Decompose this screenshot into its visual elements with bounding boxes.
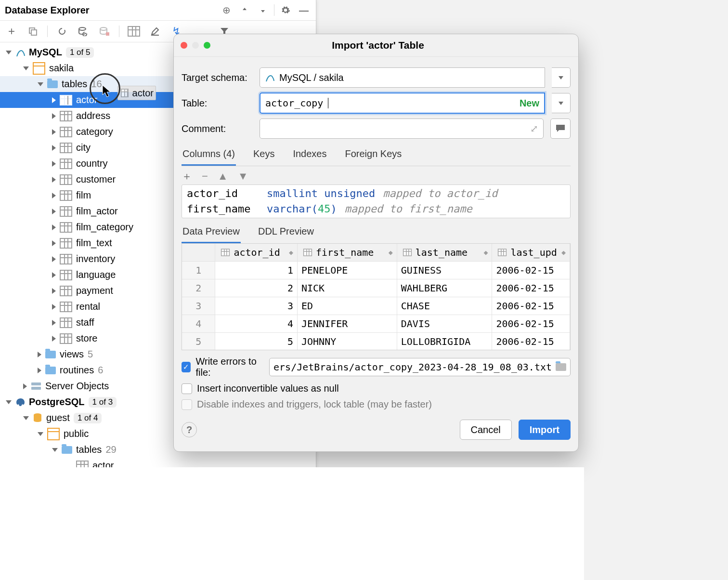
new-icon[interactable]: + [5,25,18,38]
table-icon [60,143,72,153]
write-errors-path-input[interactable]: ers/JetBrains/actor_copy_2023-04-28_19_0… [269,358,571,376]
database-icon [33,413,42,423]
folder-label: tables [62,79,87,90]
stop-icon[interactable] [98,25,111,38]
column-row[interactable]: actor_idsmallint unsignedmapped to actor… [187,186,565,201]
folder-icon [45,351,56,358]
svg-rect-1 [31,30,37,35]
table-label: store [76,333,97,344]
schema-icon [47,428,60,440]
table-row[interactable]: 55JOHNNYLOLLOBRIGIDA2006-02-15 [182,333,570,350]
target-schema-dropdown[interactable] [552,67,571,88]
add-datasource-icon[interactable]: ⊕ [219,3,234,17]
mysql-icon [15,48,25,57]
dialog-titlebar[interactable]: Import 'actor' Table [174,34,578,57]
preview-tabs: Data Preview DDL Preview [182,223,571,244]
target-schema-label: Target schema: [182,72,253,83]
add-column-icon[interactable]: ＋ [182,169,192,184]
table-icon [60,111,72,121]
col-header[interactable]: actor_id◆ [215,244,298,261]
table-icon [60,158,72,169]
table-label: category [76,126,113,137]
minimize-icon[interactable] [192,42,199,49]
folder-count: 5 [88,349,93,360]
data-preview-grid[interactable]: actor_id◆first_name◆last_name◆last_upd◆1… [182,244,571,350]
refresh-schema-icon[interactable] [77,25,90,38]
table-icon [60,333,72,344]
columns-list[interactable]: actor_idsmallint unsignedmapped to actor… [182,185,571,218]
table-icon [60,127,72,137]
col-header[interactable]: last_name◆ [397,244,493,261]
expand-all-icon[interactable] [237,3,252,17]
table-icon [60,302,72,312]
tab-columns[interactable]: Columns (4) [182,145,236,166]
tab-ddl-preview[interactable]: DDL Preview [257,223,315,243]
database-label: guest [46,412,70,423]
table-label: city [76,142,91,153]
folder-icon [47,80,58,88]
help-button[interactable]: ? [182,422,197,437]
table-row[interactable]: 22NICKWAHLBERG2006-02-15 [182,279,570,297]
duplicate-icon[interactable] [26,25,39,38]
import-button[interactable]: Import [519,420,571,440]
cancel-button[interactable]: Cancel [460,420,512,440]
folder-label: routines [60,365,94,376]
folder-label: tables [76,444,102,455]
write-errors-checkbox[interactable]: ✓ [182,362,191,372]
tab-foreign-keys[interactable]: Foreign Keys [344,145,403,166]
expand-icon[interactable]: ⤢ [530,123,538,134]
table-label: country [76,158,108,169]
schema-icon [33,62,45,75]
comment-input[interactable]: ⤢ [260,119,544,139]
table-label: payment [76,285,113,296]
postgresql-icon [15,397,25,407]
col-header[interactable]: last_upd◆ [492,244,570,261]
server-objects-label: Server Objects [45,381,109,392]
move-up-icon[interactable]: ▲ [218,170,228,183]
comment-editor-button[interactable] [550,119,571,139]
server-objects-icon [31,382,41,391]
refresh-icon[interactable] [55,25,69,38]
table-name-dropdown[interactable] [552,93,571,113]
folder-icon [45,367,56,374]
browse-icon[interactable] [556,363,566,371]
column-row[interactable]: first_namevarchar(45)mapped to first_nam… [187,201,565,217]
table-icon [60,254,72,264]
tab-data-preview[interactable]: Data Preview [182,223,241,243]
remove-column-icon[interactable]: − [202,170,208,183]
target-schema-combo[interactable]: MySQL / sakila [260,67,545,88]
table-icon [60,238,72,249]
folder-count: 29 [105,444,116,455]
tab-keys[interactable]: Keys [252,145,275,166]
tab-indexes[interactable]: Indexes [292,145,327,166]
disable-indexes-checkbox [182,399,192,410]
data-editor-icon[interactable] [127,25,141,38]
col-header[interactable]: first_name◆ [298,244,397,261]
table-label: film_text [76,237,112,249]
table-name-input[interactable]: actor_copy New [260,92,545,114]
target-schema-value: MySQL / sakila [279,72,344,83]
table-row[interactable]: 11PENELOPEGUINESS2006-02-15 [182,262,570,279]
minimize-icon[interactable]: — [297,3,311,17]
dialog-title: Import 'actor' Table [215,40,541,51]
insert-null-label: Insert inconvertible values as null [197,383,339,394]
table-row[interactable]: 33EDCHASE2006-02-15 [182,297,570,315]
move-down-icon[interactable]: ▼ [238,170,248,183]
insert-null-checkbox[interactable] [182,383,192,394]
write-errors-label: Write errors to file: [195,356,264,378]
table-label: inventory [76,253,115,264]
table-icon [60,317,72,328]
zoom-icon[interactable] [204,42,210,49]
gear-icon[interactable] [278,3,293,17]
table-row[interactable]: 44JENNIFERDAVIS2006-02-15 [182,315,570,333]
datasource-badge: 1 of 3 [89,397,117,408]
close-icon[interactable] [181,42,187,49]
import-table-dialog: Import 'actor' Table Target schema: MySQ… [173,34,579,452]
write-errors-path: ers/JetBrains/actor_copy_2023-04-28_19_0… [273,361,552,373]
new-badge: New [520,98,539,109]
modify-icon[interactable] [148,25,162,38]
datasource-label: MySQL [29,47,62,58]
collapse-all-icon[interactable] [256,3,270,17]
schema-label: sakila [49,63,74,74]
datasource-label: PostgreSQL [29,396,85,408]
